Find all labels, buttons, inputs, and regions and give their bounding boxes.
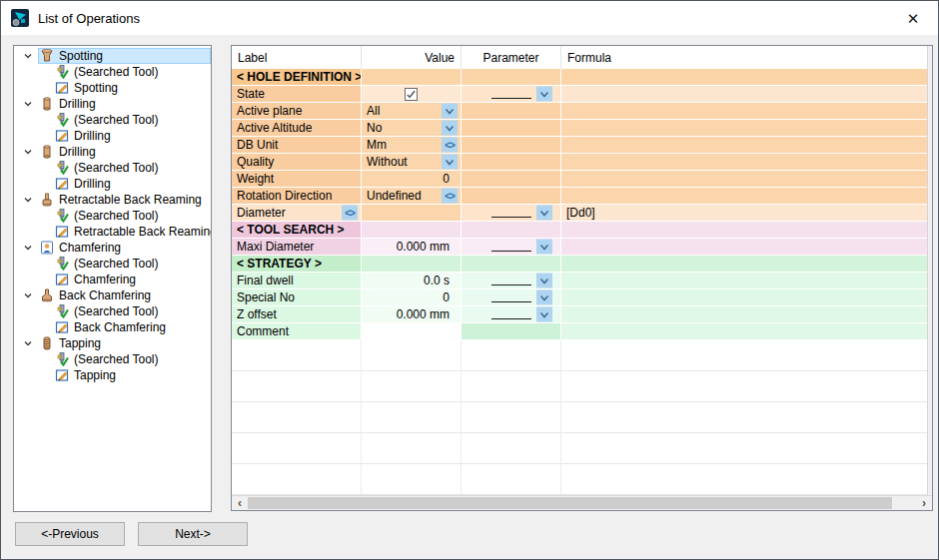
cell-value-db-unit[interactable]: Mm<> [362,137,462,154]
chevron-down-icon[interactable] [18,337,38,349]
cell-parameter-weight [462,171,561,188]
tree-item-body[interactable]: Retractable Back Reaming [53,224,212,240]
tree-item-body[interactable]: (Searched Tool) [53,256,211,272]
tree-item-body[interactable]: (Searched Tool) [53,208,211,224]
tree-item-body[interactable]: Drilling [38,144,211,160]
dropdown-chevron-icon[interactable] [536,274,552,288]
tree-item-spotting[interactable]: Spotting [14,80,211,96]
row-label: Weight [232,172,274,186]
dropdown-chevron-icon[interactable] [442,121,458,136]
tree-item-retractable-back-reaming[interactable]: Retractable Back Reaming [14,192,211,208]
dropdown-chevron-icon[interactable] [442,155,458,170]
cell-value-active-plane[interactable]: All [362,103,462,120]
scroll-right-icon[interactable]: › [916,496,932,510]
next-button-label: Next-> [175,527,211,541]
cell-parameter-z-offset[interactable] [462,306,561,323]
tree-item-body[interactable]: Drilling [38,96,211,112]
cell-parameter-comment [462,323,561,340]
tree-item-searched-tool[interactable]: (Searched Tool) [14,303,211,319]
tree-item-body[interactable]: Chamfering [53,272,211,287]
tree-item-body[interactable]: Drilling [53,128,211,144]
cell-parameter-special-no[interactable] [462,289,561,306]
chevron-down-icon[interactable] [18,50,38,62]
tree-item-chamfering[interactable]: Chamfering [14,240,211,256]
section-row-strategy: < STRATEGY > [232,256,362,273]
tree-item-searched-tool[interactable]: (Searched Tool) [14,208,211,224]
cell-value-maxi-diameter[interactable]: 0.000 mm [362,239,462,256]
cell-parameter-maxi-diameter[interactable] [462,239,561,256]
tree-item-drilling[interactable]: Drilling [14,128,211,144]
tree-item-body[interactable]: Chamfering [38,240,211,256]
cell-parameter-diameter[interactable] [462,205,561,222]
row-value: 0 [443,172,461,186]
dropdown-chevron-icon[interactable] [536,240,552,255]
cell-parameter-active-altitude [462,120,561,137]
cell-value-final-dwell[interactable]: 0.0 s [362,273,462,289]
cell-formula-state [561,86,927,103]
dropdown-chevron-icon[interactable] [536,206,552,221]
tree-item-body[interactable]: (Searched Tool) [53,160,211,176]
tree-item-body[interactable]: Back Chamfering [38,287,211,303]
chevron-down-icon[interactable] [18,242,38,254]
tree-item-searched-tool[interactable]: (Searched Tool) [14,64,211,80]
cell-value-state[interactable] [362,86,462,103]
tree-item-body[interactable]: Spotting [53,80,211,96]
tree-item-body[interactable]: (Searched Tool) [53,112,211,128]
tree-item-body[interactable]: Tapping [53,367,211,383]
cell-parameter-state[interactable] [462,86,561,103]
tree-item-retractable-back-reaming[interactable]: Retractable Back Reaming [14,224,211,240]
next-button[interactable]: Next-> [138,522,248,546]
tree-item-chamfering[interactable]: Chamfering [14,272,211,287]
list-of-operations-dialog: List of Operations ✕ Spotting(Searched T… [0,0,939,560]
tree-item-searched-tool[interactable]: (Searched Tool) [14,256,211,272]
tree-item-body[interactable]: Drilling [53,176,211,192]
tree-item-drilling[interactable]: Drilling [14,144,211,160]
cell-value-rotation-direction[interactable]: Undefined<> [362,188,462,205]
checkbox[interactable] [405,88,418,101]
tree-item-body[interactable]: Spotting [38,48,211,64]
dropdown-chevron-icon[interactable] [536,87,552,102]
cell-value-active-altitude[interactable]: No [362,120,462,137]
tree-item-spotting[interactable]: Spotting [14,48,211,64]
chevron-down-icon[interactable] [18,98,38,110]
cell-value-comment[interactable] [362,323,462,340]
tree-item-searched-tool[interactable]: (Searched Tool) [14,112,211,128]
tree-item-searched-tool[interactable]: (Searched Tool) [14,160,211,176]
vertical-scrollbar-track[interactable] [927,46,932,495]
scrollbar-thumb[interactable] [248,497,892,509]
tree-item-drilling[interactable]: Drilling [14,176,211,192]
dropdown-chevron-icon[interactable] [536,290,552,305]
cell-formula-rotation-direction [561,188,927,205]
cell-value-quality[interactable]: Without [362,154,462,171]
tree-item-body[interactable]: Tapping [38,335,211,351]
close-icon[interactable]: ✕ [901,7,925,31]
value-spinner-icon[interactable]: <> [342,206,358,221]
chevron-down-icon[interactable] [18,194,38,206]
tree-item-body[interactable]: Retractable Back Reaming [38,192,211,208]
cell-value-special-no[interactable]: 0 [362,289,462,306]
tree-item-tapping[interactable]: Tapping [14,367,211,383]
dropdown-chevron-icon[interactable] [442,104,458,119]
section-title: < STRATEGY > [232,257,322,271]
chevron-down-icon[interactable] [18,146,38,158]
dropdown-chevron-icon[interactable] [536,307,552,322]
tree-item-searched-tool[interactable]: (Searched Tool) [14,351,211,367]
cell-value-z-offset[interactable]: 0.000 mm [362,306,462,323]
chevron-down-icon[interactable] [18,289,38,301]
tree-item-body[interactable]: (Searched Tool) [53,303,211,319]
tree-item-body[interactable]: Back Chamfering [53,319,211,335]
scroll-left-icon[interactable]: ‹ [232,496,248,510]
value-spinner-icon[interactable]: <> [442,138,458,153]
dialog-title: List of Operations [38,11,140,26]
tree-item-back-chamfering[interactable]: Back Chamfering [14,319,211,335]
previous-button[interactable]: <-Previous [15,522,125,546]
tree-item-body[interactable]: (Searched Tool) [53,64,211,80]
tree-item-back-chamfering[interactable]: Back Chamfering [14,287,211,303]
tree-item-body[interactable]: (Searched Tool) [53,351,211,367]
tree-item-drilling[interactable]: Drilling [14,96,211,112]
cell-parameter-final-dwell[interactable] [462,273,561,289]
cell-label-quality: Quality [232,154,362,171]
value-spinner-icon[interactable]: <> [442,189,458,204]
previous-button-label: <-Previous [41,527,99,541]
tree-item-tapping[interactable]: Tapping [14,335,211,351]
